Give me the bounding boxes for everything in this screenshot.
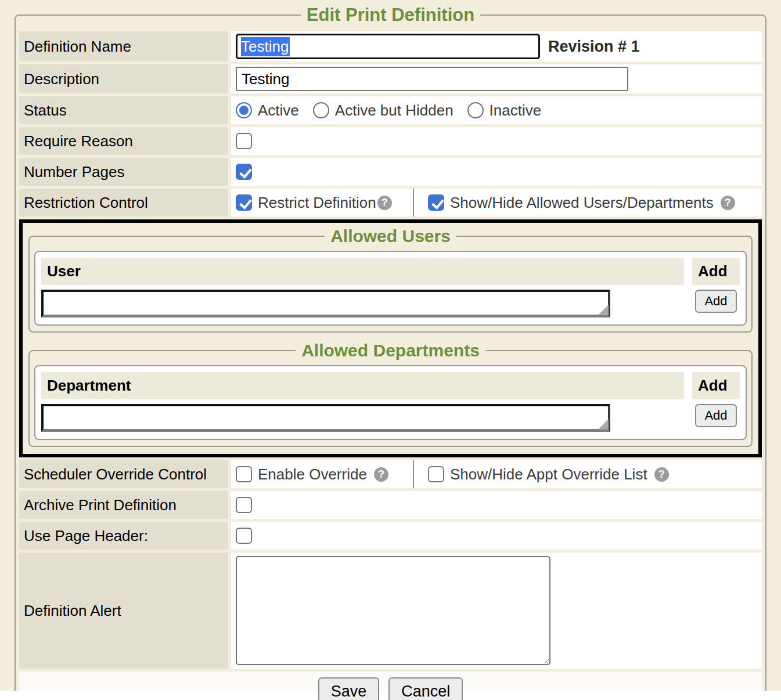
- status-radio-group: Active Active but Hidden Inactive: [236, 102, 549, 120]
- use-page-header-content: [231, 522, 762, 550]
- show-hide-appt-checkbox[interactable]: [428, 466, 444, 482]
- allowed-departments-picker: Department Add Add: [34, 365, 747, 440]
- scheduler-override-label: Scheduler Override Control: [19, 460, 228, 488]
- allowed-users-fieldset: Allowed Users User Add Add: [28, 226, 753, 333]
- restriction-control-content: Restrict Definition ? Show/Hide Allowed …: [231, 189, 762, 217]
- page-title: Edit Print Definition: [301, 5, 480, 26]
- show-hide-users-checkbox[interactable]: [428, 194, 444, 211]
- require-reason-row: Require Reason: [19, 127, 762, 155]
- archive-row: Archive Print Definition: [19, 491, 762, 519]
- use-page-header-row: Use Page Header:: [19, 522, 762, 550]
- radio-active-label[interactable]: Active: [258, 102, 299, 120]
- status-row: Status Active Active but Hidden Inactive: [19, 96, 762, 124]
- definition-alert-content: [231, 553, 762, 669]
- require-reason-checkbox[interactable]: [236, 133, 252, 149]
- restrict-definition-label[interactable]: Restrict Definition: [258, 194, 376, 212]
- show-hide-users-cell: Show/Hide Allowed Users/Departments ?: [413, 189, 762, 217]
- enable-override-label[interactable]: Enable Override: [258, 466, 367, 483]
- show-hide-users-label[interactable]: Show/Hide Allowed Users/Departments: [450, 194, 714, 212]
- radio-inactive-label[interactable]: Inactive: [490, 102, 542, 120]
- require-reason-content: [231, 127, 762, 155]
- archive-checkbox[interactable]: [236, 497, 252, 513]
- definition-name-label: Definition Name: [19, 31, 228, 62]
- allowed-users-picker: User Add Add: [34, 251, 747, 326]
- description-input[interactable]: [236, 67, 628, 91]
- user-add-button[interactable]: Add: [695, 290, 736, 313]
- edit-print-definition-fieldset: Edit Print Definition Definition Name Te…: [15, 5, 766, 700]
- radio-active-but-hidden[interactable]: [313, 102, 329, 118]
- user-add-column-header: Add: [692, 258, 740, 285]
- show-hide-appt-cell: Show/Hide Appt Override List ?: [413, 460, 762, 488]
- cancel-button[interactable]: Cancel: [388, 677, 463, 700]
- restrict-definition-help-icon[interactable]: ?: [377, 196, 392, 210]
- archive-label: Archive Print Definition: [19, 491, 228, 519]
- definition-name-content: Testing Revision # 1: [231, 31, 762, 62]
- allowed-users-header: User Add: [41, 258, 740, 285]
- save-button[interactable]: Save: [318, 677, 380, 700]
- user-add-col: Add: [692, 290, 740, 313]
- department-add-button[interactable]: Add: [695, 404, 736, 427]
- status-label: Status: [19, 96, 228, 124]
- page: Edit Print Definition Definition Name Te…: [0, 0, 781, 691]
- allowed-departments-body: Add: [41, 404, 740, 432]
- description-label: Description: [19, 64, 228, 93]
- use-page-header-checkbox[interactable]: [236, 528, 252, 544]
- enable-override-cell: Enable Override ?: [231, 460, 413, 488]
- restriction-section-frame: Allowed Users User Add Add: [19, 219, 762, 457]
- use-page-header-label: Use Page Header:: [19, 522, 228, 550]
- allowed-departments-header: Department Add: [41, 372, 740, 399]
- number-pages-label: Number Pages: [19, 158, 228, 186]
- show-hide-appt-label[interactable]: Show/Hide Appt Override List: [450, 466, 647, 483]
- scheduler-override-content: Enable Override ? Show/Hide Appt Overrid…: [231, 460, 762, 488]
- definition-name-row: Definition Name Testing Revision # 1: [19, 31, 762, 62]
- description-content: [231, 64, 762, 93]
- scheduler-override-row: Scheduler Override Control Enable Overri…: [19, 460, 762, 488]
- allowed-departments-fieldset: Allowed Departments Department Add Add: [28, 341, 753, 447]
- description-row: Description: [19, 64, 762, 93]
- radio-active[interactable]: [236, 102, 252, 118]
- restrict-definition-checkbox[interactable]: [236, 194, 252, 211]
- user-select[interactable]: [41, 290, 610, 317]
- restrict-definition-cell: Restrict Definition ?: [231, 189, 413, 217]
- user-column-header: User: [41, 258, 684, 285]
- status-content: Active Active but Hidden Inactive: [231, 96, 762, 124]
- definition-alert-textarea[interactable]: [236, 556, 550, 665]
- allowed-departments-title: Allowed Departments: [296, 341, 485, 360]
- allowed-users-body: Add: [41, 290, 740, 317]
- radio-active-but-hidden-label[interactable]: Active but Hidden: [335, 102, 454, 120]
- require-reason-label: Require Reason: [19, 127, 228, 155]
- number-pages-row: Number Pages: [19, 158, 762, 186]
- show-hide-users-help-icon[interactable]: ?: [721, 196, 735, 210]
- allowed-users-title: Allowed Users: [325, 226, 456, 246]
- definition-name-input[interactable]: Testing: [236, 34, 540, 59]
- archive-content: [231, 491, 762, 519]
- department-select[interactable]: [41, 404, 610, 432]
- restriction-control-label: Restriction Control: [19, 189, 228, 217]
- department-column-header: Department: [41, 372, 684, 399]
- restriction-control-row: Restriction Control Restrict Definition …: [19, 189, 762, 217]
- show-hide-appt-help-icon[interactable]: ?: [654, 467, 669, 482]
- radio-inactive[interactable]: [467, 102, 484, 118]
- definition-alert-label: Definition Alert: [19, 553, 228, 669]
- department-add-col: Add: [692, 404, 740, 427]
- enable-override-help-icon[interactable]: ?: [374, 467, 388, 482]
- department-add-column-header: Add: [692, 372, 740, 399]
- enable-override-checkbox[interactable]: [236, 466, 252, 482]
- definition-name-value: Testing: [241, 37, 290, 56]
- number-pages-content: [231, 158, 762, 186]
- revision-number: Revision # 1: [548, 38, 640, 56]
- number-pages-checkbox[interactable]: [236, 164, 252, 180]
- definition-alert-row: Definition Alert: [19, 553, 762, 669]
